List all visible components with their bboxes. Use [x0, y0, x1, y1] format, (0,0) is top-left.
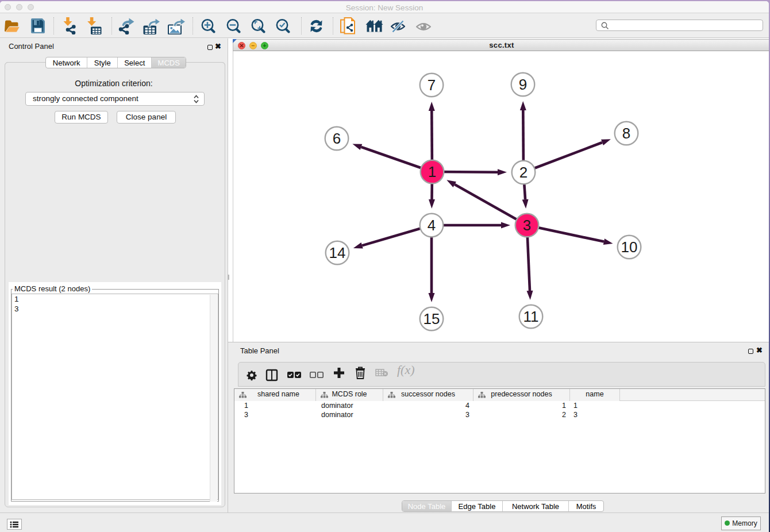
svg-text:11: 11	[523, 308, 539, 325]
svg-text:2: 2	[519, 164, 528, 181]
svg-text:6: 6	[333, 130, 341, 147]
svg-text:3: 3	[523, 217, 531, 234]
svg-text:15: 15	[424, 310, 440, 327]
svg-text:1: 1	[428, 163, 436, 180]
svg-text:9: 9	[519, 76, 527, 93]
svg-text:4: 4	[428, 217, 436, 234]
svg-text:8: 8	[622, 125, 630, 142]
svg-text:7: 7	[428, 76, 436, 94]
svg-text:14: 14	[329, 244, 346, 261]
svg-text:10: 10	[621, 238, 638, 256]
